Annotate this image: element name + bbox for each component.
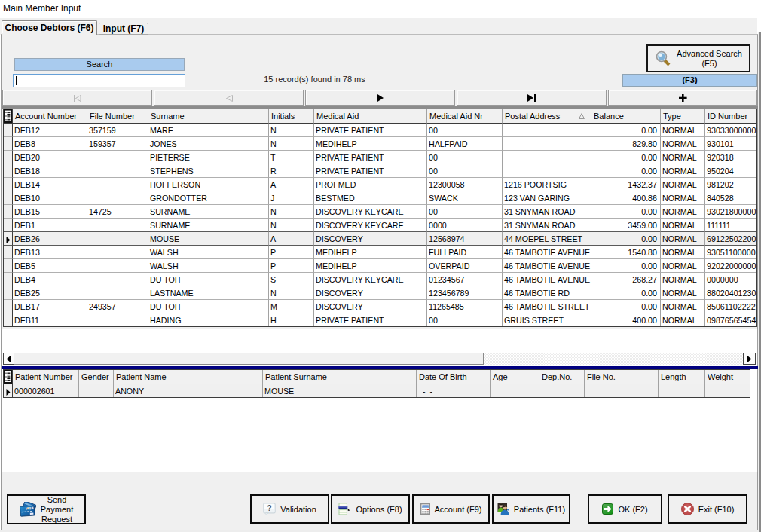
svg-text:?: ? — [267, 504, 272, 512]
svg-text:VISA: VISA — [26, 506, 34, 510]
